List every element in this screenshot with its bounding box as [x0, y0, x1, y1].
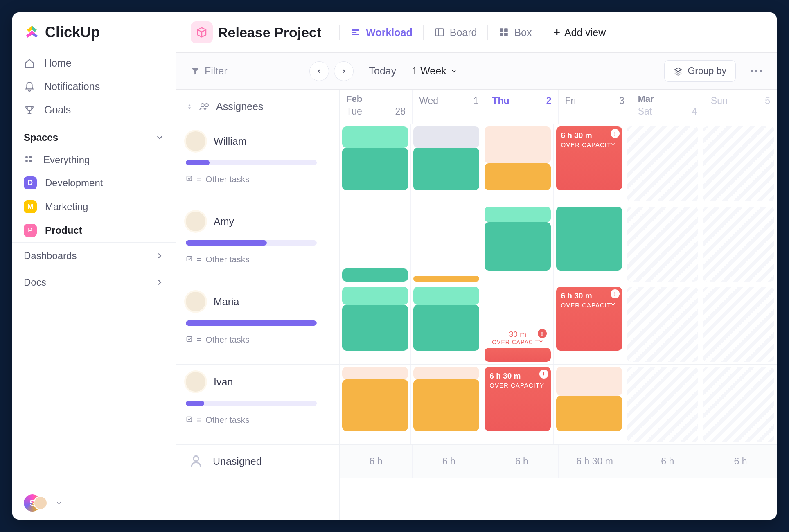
topbar: Release Project Workload Board Box + Add…	[176, 12, 777, 53]
workspace-switcher[interactable]: S	[24, 494, 52, 512]
view-tab-box[interactable]: Box	[498, 27, 532, 38]
unassigned-row[interactable]: Unasigned	[176, 445, 339, 478]
space-marketing[interactable]: M Marketing	[12, 195, 176, 219]
space-everything[interactable]: Everything	[12, 149, 176, 171]
checklist-icon	[186, 336, 194, 344]
capacity-bar	[186, 160, 317, 165]
workload-cell[interactable]	[703, 367, 774, 442]
workload-cell[interactable]	[410, 204, 482, 284]
workload-cell[interactable]	[627, 367, 698, 442]
space-product[interactable]: P Product	[12, 219, 176, 242]
day-headers: FebTue28 Wed1 Thu2 Fri3 MarSat4 Sun5	[340, 90, 777, 124]
total-cell: 6 h	[704, 445, 777, 478]
workload-cell[interactable]: 6 h 30 mOVER CAPACITY!	[553, 284, 624, 364]
assignee-row[interactable]: Ivan =Other tasks	[176, 365, 339, 445]
nav-notifications[interactable]: Notifications	[12, 75, 176, 98]
view-tab-board[interactable]: Board	[434, 27, 477, 38]
svg-rect-11	[187, 176, 192, 181]
avatar	[186, 372, 205, 392]
workload-cell[interactable]	[410, 365, 482, 444]
other-tasks-link[interactable]: =Other tasks	[186, 335, 329, 345]
workload-cell[interactable]	[703, 207, 774, 282]
other-tasks-link[interactable]: =Other tasks	[186, 174, 329, 184]
workload-cell[interactable]	[553, 204, 624, 284]
nav-goals[interactable]: Goals	[12, 98, 176, 122]
nav-dashboards[interactable]: Dashboards	[12, 242, 176, 269]
everything-icon	[24, 154, 35, 166]
chevron-right-icon	[340, 68, 347, 74]
add-view-button[interactable]: + Add view	[554, 26, 606, 39]
workload-cell[interactable]	[482, 204, 553, 284]
workload-cell[interactable]	[627, 207, 698, 282]
today-button[interactable]: Today	[369, 65, 397, 77]
workload-cell[interactable]	[703, 287, 774, 362]
nav-docs[interactable]: Docs	[12, 269, 176, 295]
total-cell: 6 h	[340, 445, 412, 478]
workload-cell[interactable]	[340, 124, 410, 204]
other-tasks-link[interactable]: =Other tasks	[186, 415, 329, 425]
day-header[interactable]: Wed1	[412, 90, 485, 124]
spaces-header[interactable]: Spaces	[12, 124, 176, 149]
sidebar-footer[interactable]: S	[12, 486, 176, 520]
svg-point-15	[194, 456, 199, 461]
avatar	[186, 212, 205, 231]
timeline: FebTue28 Wed1 Thu2 Fri3 MarSat4 Sun5 6 h…	[340, 90, 777, 520]
workload-cell[interactable]	[410, 124, 482, 204]
checklist-icon	[186, 255, 194, 264]
space-marketing-badge: M	[24, 200, 37, 213]
assignee-row[interactable]: William =Other tasks	[176, 124, 339, 204]
filter-label: Filter	[205, 65, 228, 77]
workload-cell[interactable]	[553, 365, 624, 444]
total-cell: 6 h	[631, 445, 704, 478]
workload-cell[interactable]: 6 h 30 mOVER CAPACITY!	[553, 124, 624, 204]
assignees-label: Assignees	[216, 101, 263, 113]
view-tab-workload[interactable]: Workload	[350, 27, 412, 38]
range-select[interactable]: 1 Week	[412, 65, 457, 77]
day-header[interactable]: FebTue28	[340, 90, 412, 124]
filter-button[interactable]: Filter	[191, 65, 228, 77]
other-tasks-link[interactable]: =Other tasks	[186, 255, 329, 264]
svg-rect-14	[187, 417, 192, 422]
day-header[interactable]: MarSat4	[631, 90, 704, 124]
workload-cell[interactable]	[340, 204, 410, 284]
workload-cell[interactable]	[703, 126, 774, 201]
timeline-row	[340, 204, 777, 284]
workload-cell[interactable]: 6 h 30 mOVER CAPACITY!	[482, 365, 553, 444]
assignee-header[interactable]: Assignees	[176, 90, 339, 124]
assignee-row[interactable]: Maria =Other tasks	[176, 284, 339, 365]
more-button[interactable]	[751, 70, 762, 72]
workload-cell[interactable]	[627, 126, 698, 201]
divider	[339, 25, 340, 40]
checklist-icon	[186, 175, 194, 183]
total-cell: 6 h 30 m	[558, 445, 631, 478]
main-content: Release Project Workload Board Box + Add…	[176, 12, 777, 520]
assignee-row[interactable]: Amy =Other tasks	[176, 204, 339, 284]
workload-cell[interactable]	[340, 365, 410, 444]
divider	[487, 25, 488, 40]
date-nav	[309, 61, 354, 81]
day-header[interactable]: Sun5	[704, 90, 777, 124]
next-button[interactable]	[334, 61, 354, 81]
assignee-name: William	[214, 135, 247, 147]
people-icon	[199, 102, 210, 111]
space-development[interactable]: D Development	[12, 171, 176, 195]
logo[interactable]: ClickUp	[12, 12, 176, 49]
workload-cell[interactable]: 30 mOVER CAPACITY!	[482, 284, 553, 364]
nav-home[interactable]: Home	[12, 52, 176, 75]
chevron-right-icon	[155, 251, 164, 260]
funnel-icon	[191, 67, 200, 76]
svg-rect-8	[505, 33, 508, 36]
workload-cell[interactable]	[410, 284, 482, 364]
prev-button[interactable]	[309, 61, 329, 81]
space-product-badge: P	[24, 224, 37, 237]
workload-cell[interactable]	[340, 284, 410, 364]
svg-rect-6	[505, 28, 508, 32]
clickup-logo-icon	[24, 24, 40, 41]
workload-cell[interactable]	[627, 287, 698, 362]
day-header[interactable]: Fri3	[558, 90, 631, 124]
trophy-icon	[24, 104, 35, 116]
workload-cell[interactable]	[482, 124, 553, 204]
svg-point-10	[205, 104, 208, 107]
groupby-button[interactable]: Group by	[664, 60, 736, 82]
day-header-today[interactable]: Thu2	[485, 90, 558, 124]
